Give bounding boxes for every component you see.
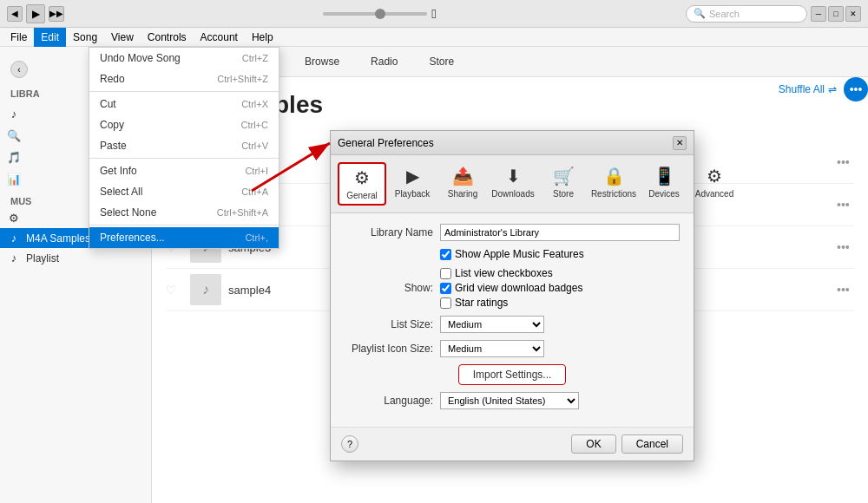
list-view-checkbox[interactable]	[440, 268, 451, 279]
shuffle-button[interactable]: Shuffle All ⇌	[779, 83, 837, 95]
cancel-button[interactable]: Cancel	[621, 434, 683, 454]
shuffle-icon: ⇌	[828, 83, 837, 95]
heart-icon-4[interactable]: ♡	[166, 284, 183, 297]
menu-controls[interactable]: Controls	[141, 28, 194, 47]
apple-music-row: Show Apple Music Features	[440, 248, 680, 260]
undo-shortcut: Ctrl+Z	[242, 53, 268, 63]
show-apple-music-checkbox[interactable]	[440, 249, 451, 260]
store-tab-icon: 🛒	[553, 166, 575, 186]
sidebar-m4a-label: M4A Samples	[26, 232, 90, 245]
grid-view-checkbox[interactable]	[440, 283, 451, 294]
library-name-label: Library Name	[345, 226, 440, 238]
playback-tab-label: Playback	[395, 189, 431, 199]
app-container: ◀ ▶ ▶▶  🔍 Search ─ □ ✕ File Edit Song V…	[0, 0, 868, 503]
search-box[interactable]: 🔍 Search	[686, 5, 807, 23]
dialog-tab-advanced[interactable]: ⚙ Advanced	[690, 162, 739, 206]
song-more-1[interactable]: •••	[837, 155, 854, 169]
menu-view[interactable]: View	[104, 28, 141, 47]
redo-shortcut: Ctrl+Shift+Z	[217, 74, 268, 84]
menu-edit[interactable]: Edit	[34, 28, 66, 47]
star-ratings-text: Star ratings	[455, 297, 508, 309]
star-ratings-checkbox[interactable]	[440, 297, 451, 309]
menu-help[interactable]: Help	[245, 28, 280, 47]
help-button[interactable]: ?	[341, 435, 358, 453]
tab-browse[interactable]: Browse	[293, 52, 352, 71]
library-name-input[interactable]	[440, 224, 680, 241]
show-apple-music-label[interactable]: Show Apple Music Features	[440, 248, 584, 260]
downloads-tab-label: Downloads	[491, 189, 534, 199]
maximize-button[interactable]: □	[828, 6, 844, 22]
dialog-titlebar: General Preferences ✕	[331, 131, 694, 155]
ok-button[interactable]: OK	[571, 434, 615, 454]
back-button[interactable]: ◀	[7, 6, 23, 22]
dialog-tab-downloads[interactable]: ⬇ Downloads	[489, 162, 537, 206]
menu-paste[interactable]: Paste Ctrl+V	[89, 135, 279, 156]
preferences-label: Preferences...	[100, 232, 165, 244]
search-sidebar-icon: 🔍	[7, 129, 21, 142]
general-tab-label: General	[346, 191, 378, 200]
dialog-tab-sharing[interactable]: 📤 Sharing	[438, 162, 487, 206]
tab-radio[interactable]: Radio	[358, 52, 410, 71]
menu-select-none[interactable]: Select None Ctrl+Shift+A	[89, 202, 279, 223]
search-placeholder: Search	[709, 9, 740, 19]
play-button[interactable]: ▶	[26, 4, 45, 23]
dialog-close-button[interactable]: ✕	[673, 136, 687, 150]
menu-cut[interactable]: Cut Ctrl+X	[89, 94, 279, 114]
dialog-tab-store[interactable]: 🛒 Store	[539, 162, 588, 206]
paste-label: Paste	[100, 140, 127, 152]
divider-1	[89, 91, 279, 92]
menu-redo[interactable]: Redo Ctrl+Shift+Z	[89, 69, 279, 89]
menu-copy[interactable]: Copy Ctrl+C	[89, 114, 279, 135]
general-preferences-dialog: General Preferences ✕ ⚙ General ▶ Playba…	[330, 130, 694, 461]
dialog-tab-restrictions[interactable]: 🔒 Restrictions	[589, 162, 638, 206]
divider-3	[89, 225, 279, 225]
downloads-tab-icon: ⬇	[506, 166, 521, 186]
titlebar: ◀ ▶ ▶▶  🔍 Search ─ □ ✕	[0, 0, 868, 28]
progress-track[interactable]	[323, 12, 427, 16]
menu-account[interactable]: Account	[194, 28, 245, 47]
menu-select-all[interactable]: Select All Ctrl+A	[89, 181, 279, 202]
list-view-text: List view checkboxes	[455, 267, 553, 279]
nav-back-arrow[interactable]: ‹	[10, 61, 28, 78]
star-ratings-label[interactable]: Star ratings	[440, 297, 582, 309]
edit-dropdown-menu: Undo Move Song Ctrl+Z Redo Ctrl+Shift+Z …	[89, 47, 279, 249]
playlist-icon: ♪	[7, 252, 21, 265]
song-more-4[interactable]: •••	[837, 283, 854, 297]
list-size-row: List Size: Small Medium Large	[345, 316, 680, 333]
dialog-tab-playback[interactable]: ▶ Playback	[388, 162, 437, 206]
sidebar-item-playlist[interactable]: ♪ Playlist	[0, 248, 151, 268]
import-settings-button[interactable]: Import Settings...	[458, 364, 567, 385]
minimize-button[interactable]: ─	[811, 6, 826, 22]
paste-shortcut: Ctrl+V	[241, 140, 268, 151]
devices-tab-label: Devices	[648, 189, 680, 199]
get-info-shortcut: Ctrl+I	[245, 166, 268, 176]
select-none-shortcut: Ctrl+Shift+A	[217, 207, 268, 218]
song-more-2[interactable]: •••	[837, 198, 854, 212]
more-button[interactable]: •••	[844, 77, 868, 101]
select-all-label: Select All	[100, 186, 142, 198]
show-apple-music-text: Show Apple Music Features	[455, 248, 584, 260]
titlebar-controls: ◀ ▶ ▶▶	[7, 4, 64, 23]
progress-thumb[interactable]	[375, 9, 385, 19]
song-more-3[interactable]: •••	[837, 240, 854, 254]
list-view-label[interactable]: List view checkboxes	[440, 267, 582, 279]
show-row: Show: List view checkboxes Grid view dow…	[345, 267, 680, 309]
preferences-shortcut: Ctrl+,	[245, 232, 268, 243]
restrictions-tab-label: Restrictions	[591, 189, 636, 199]
dialog-tab-general[interactable]: ⚙ General	[338, 162, 386, 206]
list-size-select[interactable]: Small Medium Large	[440, 316, 544, 333]
dialog-tab-devices[interactable]: 📱 Devices	[640, 162, 688, 206]
show-options: List view checkboxes Grid view download …	[440, 267, 582, 309]
close-button[interactable]: ✕	[845, 6, 861, 22]
playlist-icon-select[interactable]: Small Medium Large	[440, 340, 544, 357]
menu-song[interactable]: Song	[66, 28, 104, 47]
menu-preferences[interactable]: Preferences... Ctrl+,	[89, 227, 279, 248]
tab-store[interactable]: Store	[417, 52, 466, 71]
menu-file[interactable]: File	[3, 28, 34, 47]
grid-view-label[interactable]: Grid view download badges	[440, 282, 582, 294]
show-label: Show:	[345, 282, 440, 294]
language-select[interactable]: English (United States) French German Sp…	[440, 392, 579, 409]
forward-button[interactable]: ▶▶	[49, 6, 64, 22]
menu-get-info[interactable]: Get Info Ctrl+I	[89, 160, 279, 181]
menu-undo[interactable]: Undo Move Song Ctrl+Z	[89, 48, 279, 69]
